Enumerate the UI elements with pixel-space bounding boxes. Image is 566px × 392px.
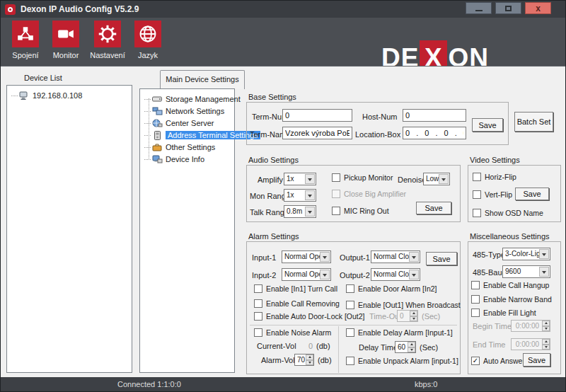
output1-dropdown[interactable]: Normal Close <box>371 250 420 263</box>
checkbox-label: Vert-Flip <box>485 190 512 199</box>
toolbar-button-nastaveni[interactable]: Nastavení <box>86 21 129 59</box>
amplify-dropdown[interactable]: 1x <box>284 173 316 185</box>
toolbar-button-monitor[interactable]: Monitor <box>44 21 88 59</box>
checkbox-label: Close Big Amplifier <box>344 190 406 198</box>
checkbox-box <box>473 209 481 217</box>
alarm-settings-title: Alarm Settings <box>248 232 299 241</box>
storage-icon <box>152 95 163 103</box>
checkbox-box <box>471 309 480 317</box>
enable-in1-turn-call-checkbox[interactable]: Enable [In1] Turn Call <box>254 284 337 293</box>
485-type-dropdown[interactable]: 3-Color-Light <box>502 248 550 260</box>
close-big-amplifier-checkbox: Close Big Amplifier <box>332 190 406 198</box>
output1-label: Output-1 <box>340 253 370 262</box>
video-save-button[interactable]: Save <box>515 188 549 200</box>
toolbar-button-label: Jazyk <box>126 51 170 59</box>
output2-dropdown[interactable]: Normal Close <box>371 268 420 281</box>
host-num-label: Host-Num <box>362 113 398 121</box>
checkbox-label: Enable Narrow Band <box>483 295 552 304</box>
gear-icon <box>94 21 121 47</box>
time-out-spinner: 0 <box>397 310 418 322</box>
vert-flip-checkbox[interactable]: Vert-Flip <box>473 190 512 199</box>
toolbar-button-jazyk[interactable]: Jazyk <box>126 21 170 59</box>
input2-dropdown[interactable]: Normal Open <box>282 268 331 281</box>
term-num-field[interactable] <box>282 109 352 122</box>
term-name-field[interactable] <box>282 127 352 139</box>
tab-main-device-settings[interactable]: Main Device Settings <box>160 70 245 89</box>
enable-auto-door-lock-checkbox[interactable]: Enable Auto Door-Lock [Out2] <box>254 312 365 321</box>
enable-door-alarm-checkbox[interactable]: Enable Door Alarm [In2] <box>346 284 437 293</box>
enable-unpack-alarm-checkbox[interactable]: Enable Unpack Alarm [input-1] <box>346 357 458 365</box>
enable-narrow-band-checkbox[interactable]: Enable Narrow Band <box>471 295 552 304</box>
tree-item-center-server[interactable]: Center Server <box>144 117 214 129</box>
end-time-value: 0:00:00 <box>514 340 541 348</box>
location-box-ip-field[interactable] <box>403 127 466 139</box>
delay-time-unit: (Sec) <box>420 343 438 352</box>
enable-noise-alarm-checkbox[interactable]: Enable Noise Alarm <box>254 328 331 337</box>
maximize-button[interactable] <box>495 2 521 14</box>
enable-fill-light-checkbox[interactable]: Enable Fill Light <box>471 309 536 317</box>
tree-item-storage-management[interactable]: Storage Management <box>144 93 241 105</box>
checkbox-box <box>254 328 262 337</box>
amplify-label: Amplify <box>258 175 283 184</box>
minimize-button[interactable] <box>466 2 492 14</box>
audio-save-button[interactable]: Save <box>416 202 451 214</box>
tree-item-network-settings[interactable]: Network Settings <box>144 105 224 117</box>
misc-save-button[interactable]: Save <box>523 353 550 367</box>
alarm-save-button[interactable]: Save <box>426 252 457 265</box>
enable-out1-when-broadcast-checkbox[interactable]: Enable [Out1] When Broadcast <box>346 301 461 309</box>
mon-range-dropdown[interactable]: 1x <box>284 189 316 202</box>
checkbox-box-checked: ✓ <box>471 357 480 365</box>
tree-item-label: Network Settings <box>166 107 224 115</box>
chevron-down-icon <box>439 174 449 184</box>
mic-ring-out-checkbox[interactable]: MIC Ring Out <box>332 207 389 215</box>
host-num-field[interactable] <box>403 109 466 122</box>
begin-time-spinner: 0:00:00 <box>511 320 550 332</box>
tree-connector <box>144 123 151 124</box>
checkbox-label: MIC Ring Out <box>344 207 389 215</box>
tree-item-device-info[interactable]: Device Info <box>144 154 204 165</box>
status-connection: Connected 1:1:0:0 <box>117 380 181 388</box>
close-button[interactable]: x <box>525 2 551 14</box>
checkbox-label: Horiz-Flip <box>485 173 516 181</box>
enable-delay-alarm-checkbox[interactable]: Enable Delay Alarm [Input-1] <box>346 328 453 337</box>
485-baud-value: 9600 <box>505 267 539 275</box>
alarm-vol-spinner[interactable]: 70 <box>294 354 314 366</box>
show-osd-name-checkbox[interactable]: Show OSD Name <box>473 209 543 217</box>
audio-settings-title: Audio Settings <box>248 156 299 164</box>
checkbox-label: Enable Call Removing <box>266 299 340 308</box>
denoise-value: Low <box>426 175 439 183</box>
input2-label: Input-2 <box>252 271 276 279</box>
tree-item-other-settings[interactable]: Other Settings <box>144 142 215 153</box>
divider <box>250 325 457 325</box>
denoise-dropdown[interactable]: Low <box>423 173 450 185</box>
enable-call-removing-checkbox[interactable]: Enable Call Removing <box>254 299 340 308</box>
batch-set-button[interactable]: Batch Set <box>514 112 553 132</box>
talk-range-dropdown[interactable]: 0.8m <box>284 205 316 218</box>
main-area: Device List 192.168.0.108 Main Device Se… <box>1 66 565 379</box>
enable-call-hangup-checkbox[interactable]: Enable Call Hangup <box>471 281 549 289</box>
title-bar: Dexon IP Audio Config V5.2.9 x <box>1 1 565 18</box>
checkbox-box <box>332 207 340 215</box>
checkbox-label: Pickup Monitor <box>344 173 393 182</box>
checkbox-label: Enable Fill Light <box>483 309 536 317</box>
device-icon <box>19 91 30 100</box>
toolbar-button-label: Spojení <box>4 51 47 59</box>
auto-answer-checkbox[interactable]: ✓Auto Answer <box>471 357 525 365</box>
tree-item-address-terminal-settings[interactable]: Address Terminal Settings <box>144 129 260 141</box>
delay-time-spinner[interactable]: 60 <box>395 341 416 353</box>
current-vol-unit: (db) <box>316 342 330 350</box>
misc-settings-title: Miscellaneous Settings <box>470 232 550 241</box>
tree-connector <box>144 147 151 148</box>
485-baud-dropdown[interactable]: 9600 <box>502 265 550 278</box>
device-list-item[interactable]: 192.168.0.108 <box>11 90 82 101</box>
horiz-flip-checkbox[interactable]: Horiz-Flip <box>473 173 516 181</box>
time-out-value: 0 <box>400 312 409 320</box>
spinner-arrows-icon <box>410 311 417 321</box>
485-type-value: 3-Color-Light <box>505 250 539 258</box>
tree-item-label: Device Info <box>166 155 204 163</box>
toolbar-button-spojeni[interactable]: Spojení <box>4 21 47 59</box>
input1-dropdown[interactable]: Normal Open <box>282 250 331 263</box>
pickup-monitor-checkbox[interactable]: Pickup Monitor <box>332 173 393 182</box>
base-save-button[interactable]: Save <box>472 118 503 132</box>
checkbox-label: Enable Delay Alarm [Input-1] <box>358 328 453 337</box>
